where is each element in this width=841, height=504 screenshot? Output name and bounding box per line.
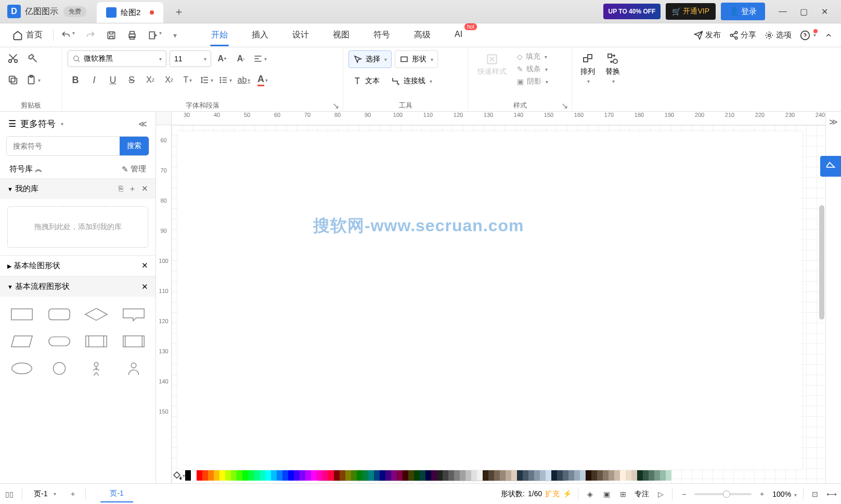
color-swatch[interactable]	[225, 470, 231, 481]
color-swatch[interactable]	[626, 470, 631, 481]
color-swatch[interactable]	[563, 470, 568, 481]
color-swatch[interactable]	[288, 470, 294, 481]
shape-circle[interactable]	[44, 358, 75, 379]
import-icon[interactable]: ⎘	[119, 184, 123, 194]
menu-tab-1[interactable]: 插入	[249, 24, 271, 46]
color-swatch[interactable]	[511, 470, 517, 481]
quick-style-button[interactable]: 快速样式	[473, 50, 511, 78]
color-swatch[interactable]	[631, 470, 637, 481]
color-swatch[interactable]	[637, 470, 643, 481]
shape-tool[interactable]: 形状▾	[395, 50, 438, 68]
close-button[interactable]: ✕	[819, 6, 830, 17]
color-swatch[interactable]	[248, 470, 254, 481]
format-painter-button[interactable]	[25, 50, 41, 66]
color-swatch[interactable]	[185, 470, 191, 481]
color-swatch[interactable]	[506, 470, 511, 481]
expand-button[interactable]: 扩充	[545, 489, 560, 499]
color-swatch[interactable]	[649, 470, 654, 481]
page-tab[interactable]: 页-1	[100, 486, 133, 502]
share-button[interactable]: 分享	[729, 30, 756, 40]
drop-zone[interactable]: 拖拽到此处，添加到我的库	[7, 206, 148, 248]
color-swatch[interactable]	[328, 470, 334, 481]
line-button[interactable]: ✎线条▾	[515, 63, 550, 75]
color-swatch[interactable]	[551, 470, 557, 481]
text-tool[interactable]: 文本	[348, 72, 384, 90]
color-swatch[interactable]	[385, 470, 391, 481]
strikethrough-button[interactable]: S	[124, 72, 139, 88]
my-library-section[interactable]: ▼ 我的库 ⎘ ＋ ✕	[0, 178, 156, 199]
bold-button[interactable]: B	[68, 72, 83, 88]
select-tool[interactable]: 选择▾	[348, 50, 392, 68]
color-swatch[interactable]	[300, 470, 305, 481]
manage-button[interactable]: ✎管理	[122, 164, 146, 174]
color-swatch[interactable]	[403, 470, 408, 481]
increase-font-button[interactable]: A+	[214, 51, 230, 67]
text-case-button[interactable]: T▾	[180, 72, 196, 88]
menu-tab-6[interactable]: AIhot	[451, 24, 465, 46]
export-button[interactable]: ▾	[143, 30, 167, 41]
grid-icon[interactable]: ⊞	[618, 489, 628, 499]
zoom-thumb[interactable]	[723, 490, 730, 498]
color-swatch[interactable]	[202, 470, 208, 481]
color-swatch[interactable]	[231, 470, 237, 481]
more-symbols-button[interactable]: ☰ 更多符号 ▾	[8, 118, 63, 130]
color-swatch[interactable]	[574, 470, 580, 481]
connector-tool[interactable]: 连接线▾	[387, 72, 436, 90]
new-tab-button[interactable]: ＋	[172, 4, 186, 19]
maximize-button[interactable]: ▢	[798, 6, 809, 17]
superscript-button[interactable]: X2	[143, 72, 158, 88]
page-list-icon[interactable]: ▯▯	[4, 489, 15, 499]
menu-tab-0[interactable]: 开始	[208, 24, 231, 46]
color-swatch[interactable]	[528, 470, 534, 481]
shape-subprocess[interactable]	[81, 331, 112, 352]
color-swatch[interactable]	[603, 470, 609, 481]
bullets-button[interactable]: ▾	[217, 72, 233, 88]
color-swatch[interactable]	[334, 470, 340, 481]
color-swatch[interactable]	[254, 470, 260, 481]
shape-predefined[interactable]	[118, 331, 149, 352]
color-swatch[interactable]	[260, 470, 265, 481]
color-swatch[interactable]	[614, 470, 620, 481]
copy-button[interactable]	[5, 72, 21, 88]
color-swatch[interactable]	[477, 470, 483, 481]
more-button[interactable]: ▾	[167, 31, 182, 39]
promo-badge[interactable]: UP TO 40% OFF	[603, 4, 661, 19]
color-swatch[interactable]	[620, 470, 626, 481]
paste-button[interactable]: ▾	[25, 72, 41, 88]
minimize-button[interactable]: —	[778, 6, 788, 17]
redo-button[interactable]	[80, 30, 101, 41]
replace-button[interactable]: 替换 ▾	[602, 50, 623, 86]
color-swatch[interactable]	[271, 470, 277, 481]
color-swatch[interactable]	[242, 470, 248, 481]
color-swatch[interactable]	[317, 470, 322, 481]
color-swatch[interactable]	[443, 470, 448, 481]
add-icon[interactable]: ＋	[128, 184, 136, 194]
font-launcher-icon[interactable]: ↘	[332, 101, 341, 109]
shape-parallelogram[interactable]	[6, 331, 37, 352]
document-tab[interactable]: 绘图2	[97, 2, 163, 23]
close-section-icon[interactable]: ✕	[141, 261, 148, 271]
color-swatch[interactable]	[351, 470, 357, 481]
color-swatch[interactable]	[431, 470, 437, 481]
color-swatch[interactable]	[654, 470, 660, 481]
search-input[interactable]	[7, 137, 120, 155]
add-page-button[interactable]: ＋	[68, 489, 78, 499]
shape-actor[interactable]	[81, 358, 112, 379]
color-swatch[interactable]	[597, 470, 603, 481]
page-selector[interactable]: 页-1 ▾	[30, 489, 60, 499]
zoom-out-button[interactable]: −	[679, 489, 689, 499]
color-swatch[interactable]	[591, 470, 597, 481]
zoom-slider[interactable]	[694, 493, 752, 495]
color-swatch[interactable]	[437, 470, 443, 481]
font-size-select[interactable]: 11 ▾	[170, 50, 211, 67]
shadow-button[interactable]: ▣阴影▾	[515, 75, 550, 88]
print-button[interactable]	[122, 30, 143, 41]
shape-callout[interactable]	[118, 304, 149, 325]
fit-icon[interactable]: ▣	[601, 489, 612, 499]
color-swatch[interactable]	[345, 470, 351, 481]
color-swatch[interactable]	[414, 470, 420, 481]
symbol-lib-toggle[interactable]: 符号库 ︽	[9, 164, 43, 174]
color-swatch[interactable]	[265, 470, 271, 481]
menu-tab-2[interactable]: 设计	[289, 24, 312, 46]
style-launcher-icon[interactable]: ↘	[561, 101, 570, 109]
